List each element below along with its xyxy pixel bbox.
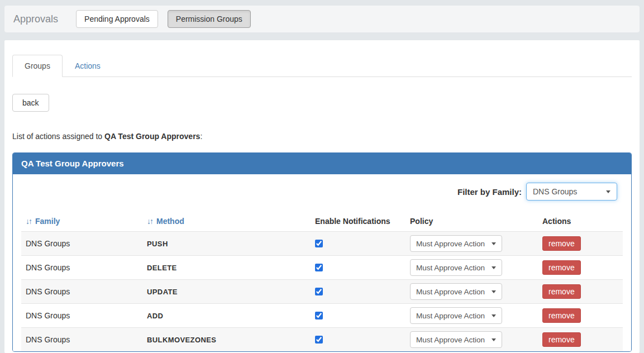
remove-button[interactable]: remove — [542, 260, 581, 275]
enable-notifications-checkbox[interactable] — [315, 264, 323, 271]
policy-select-value: Must Approve Action — [416, 336, 485, 344]
table-row: DNS GroupsBULKMOVEZONESMust Approve Acti… — [21, 328, 623, 352]
filter-by-family-label: Filter by Family: — [457, 187, 522, 197]
family-cell: DNS Groups — [21, 256, 142, 280]
family-cell: DNS Groups — [21, 232, 142, 256]
permission-groups-button[interactable]: Permission Groups — [168, 10, 251, 28]
policy-select-value: Must Approve Action — [416, 288, 485, 296]
chevron-down-icon — [492, 242, 496, 245]
family-filter-value: DNS Groups — [533, 187, 577, 196]
method-cell: PUSH — [142, 232, 311, 256]
table-row: DNS GroupsPUSHMust Approve Actionremove — [21, 232, 623, 256]
family-cell: DNS Groups — [21, 328, 142, 352]
column-header-family[interactable]: ↓↑Family — [21, 212, 142, 232]
column-header-enable-notifications: Enable Notifications — [311, 212, 406, 232]
tab-bar: Groups Actions — [12, 55, 632, 77]
policy-select-value: Must Approve Action — [416, 264, 485, 272]
family-cell: DNS Groups — [21, 280, 142, 304]
table-header-row: ↓↑Family↓↑MethodEnable NotificationsPoli… — [21, 212, 623, 232]
notifications-cell — [311, 280, 406, 304]
notifications-cell — [311, 256, 406, 280]
enable-notifications-checkbox[interactable] — [315, 240, 323, 247]
remove-button[interactable]: remove — [542, 284, 581, 299]
method-cell: ADD — [142, 304, 311, 328]
intro-suffix: : — [200, 132, 202, 141]
policy-cell: Must Approve Action — [406, 304, 538, 328]
remove-button[interactable]: remove — [542, 236, 581, 251]
policy-select[interactable]: Must Approve Action — [410, 331, 502, 348]
chevron-down-icon — [492, 314, 496, 317]
intro-prefix: List of actions assigned to — [12, 132, 104, 141]
notifications-cell — [311, 304, 406, 328]
policy-select[interactable]: Must Approve Action — [410, 307, 502, 324]
column-header-method[interactable]: ↓↑Method — [142, 212, 311, 232]
policy-select[interactable]: Must Approve Action — [410, 283, 502, 300]
actions-cell: remove — [538, 304, 623, 328]
notifications-cell — [311, 232, 406, 256]
chevron-down-icon — [492, 338, 496, 341]
back-button[interactable]: back — [12, 94, 49, 112]
remove-button[interactable]: remove — [542, 308, 581, 323]
content-card: Groups Actions back List of actions assi… — [4, 40, 640, 353]
tab-groups[interactable]: Groups — [12, 55, 63, 77]
actions-cell: remove — [538, 256, 623, 280]
family-filter-select[interactable]: DNS Groups — [526, 183, 617, 201]
actions-table: ↓↑Family↓↑MethodEnable NotificationsPoli… — [21, 212, 623, 351]
enable-notifications-checkbox[interactable] — [315, 288, 323, 295]
sort-icon: ↓↑ — [147, 217, 152, 226]
actions-cell: remove — [538, 328, 623, 352]
policy-select[interactable]: Must Approve Action — [410, 259, 502, 276]
column-header-policy: Policy — [406, 212, 538, 232]
notifications-cell — [311, 328, 406, 352]
enable-notifications-checkbox[interactable] — [315, 336, 323, 344]
filter-row: Filter by Family: DNS Groups — [21, 183, 617, 201]
method-cell: DELETE — [142, 256, 311, 280]
chevron-down-icon — [492, 290, 496, 293]
remove-button[interactable]: remove — [542, 332, 581, 347]
sort-icon: ↓↑ — [26, 217, 31, 226]
panel-body: Filter by Family: DNS Groups ↓↑Family↓↑M… — [13, 174, 631, 351]
chevron-down-icon — [606, 190, 610, 193]
column-header-actions: Actions — [538, 212, 623, 232]
actions-cell: remove — [538, 280, 623, 304]
enable-notifications-checkbox[interactable] — [315, 312, 323, 319]
policy-cell: Must Approve Action — [406, 256, 538, 280]
policy-cell: Must Approve Action — [406, 232, 538, 256]
policy-select-value: Must Approve Action — [416, 312, 485, 320]
table-row: DNS GroupsUPDATEMust Approve Actionremov… — [21, 280, 623, 304]
chevron-down-icon — [492, 266, 496, 269]
group-panel: QA Test Group Approvers Filter by Family… — [12, 152, 632, 352]
intro-text: List of actions assigned to QA Test Grou… — [12, 132, 632, 141]
table-row: DNS GroupsDELETEMust Approve Actionremov… — [21, 256, 623, 280]
policy-select[interactable]: Must Approve Action — [410, 235, 502, 252]
pending-approvals-button[interactable]: Pending Approvals — [76, 10, 158, 28]
method-cell: UPDATE — [142, 280, 311, 304]
tab-actions[interactable]: Actions — [63, 55, 113, 77]
page-title: Approvals — [13, 13, 58, 25]
table-row: DNS GroupsADDMust Approve Actionremove — [21, 304, 623, 328]
policy-select-value: Must Approve Action — [416, 240, 485, 248]
actions-cell: remove — [538, 232, 623, 256]
family-cell: DNS Groups — [21, 304, 142, 328]
policy-cell: Must Approve Action — [406, 280, 538, 304]
topbar: Approvals Pending Approvals Permission G… — [4, 6, 640, 32]
intro-group-name: QA Test Group Approvers — [104, 132, 200, 141]
policy-cell: Must Approve Action — [406, 328, 538, 352]
panel-title: QA Test Group Approvers — [13, 153, 631, 174]
method-cell: BULKMOVEZONES — [142, 328, 311, 352]
